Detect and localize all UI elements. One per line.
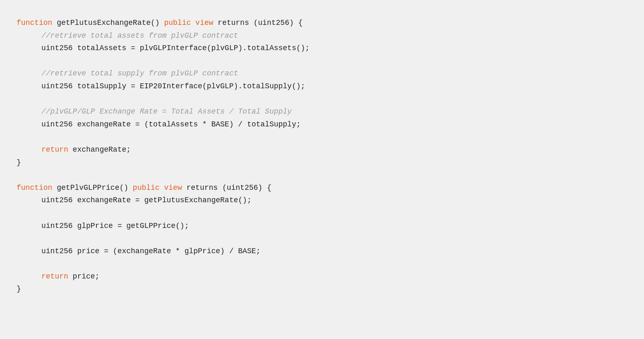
comment1-3: //plvGLP/GLP Exchange Rate = Total Asset… <box>17 105 627 118</box>
comment1-2: //retrieve total supply from plvGLP cont… <box>17 67 627 80</box>
code1-1: uint256 totalAssets = plvGLPInterface(pl… <box>17 42 627 55</box>
return1: return exchangeRate; <box>17 143 627 156</box>
function2-returns: returns (uint256) { <box>182 184 272 192</box>
function1-parens: () <box>151 19 164 27</box>
code2-1: uint256 exchangeRate = getPlutusExchange… <box>17 194 627 207</box>
blank2-3 <box>17 257 627 270</box>
code1-3: uint256 exchangeRate = (totalAssets * BA… <box>17 118 627 131</box>
code2-2: uint256 glpPrice = getGLPPrice(); <box>17 220 627 232</box>
function1-returns: returns (uint256) { <box>213 19 303 27</box>
blank2-2 <box>17 232 627 245</box>
function1-visibility: public view <box>164 19 213 27</box>
function2-name: getPlvGLPPrice <box>52 184 119 192</box>
function2-parens: () <box>119 184 132 192</box>
function2-signature: function getPlvGLPPrice() public view re… <box>17 182 627 194</box>
blank1-2 <box>17 93 627 106</box>
function2-visibility: public view <box>133 184 182 192</box>
code2-3: uint256 price = (exchangeRate * glpPrice… <box>17 245 627 258</box>
function1-name: getPlutusExchangeRate <box>52 19 151 27</box>
brace1-close: } <box>17 156 627 169</box>
function1-signature: function getPlutusExchangeRate() public … <box>17 17 627 29</box>
blank2-1 <box>17 207 627 220</box>
blank-between <box>17 169 627 182</box>
function-keyword-1: function <box>17 19 52 27</box>
code-container: function getPlutusExchangeRate() public … <box>17 12 627 300</box>
blank1-3 <box>17 131 627 143</box>
code1-2: uint256 totalSupply = EIP20Interface(plv… <box>17 80 627 93</box>
blank1-1 <box>17 55 627 68</box>
return2: return price; <box>17 270 627 283</box>
function-keyword-2: function <box>17 184 52 192</box>
comment1-1: //retrieve total assets from plvGLP cont… <box>17 29 627 42</box>
brace2-close: } <box>17 283 627 295</box>
